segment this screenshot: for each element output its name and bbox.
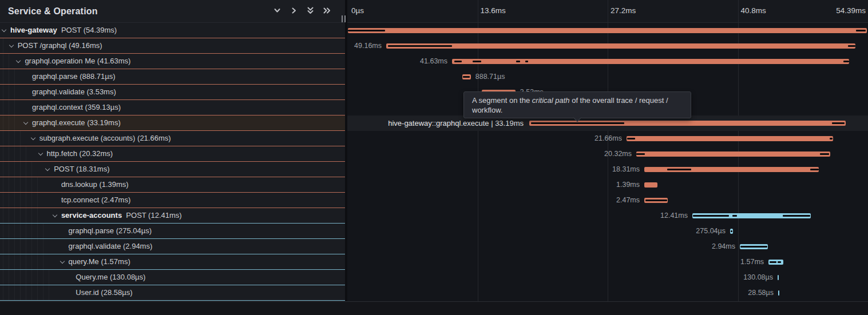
critical-path-segment xyxy=(531,122,624,124)
indent-guide xyxy=(3,285,3,300)
span-tree-row[interactable]: dns.lookup (1.39ms) xyxy=(0,177,345,193)
span-bar[interactable] xyxy=(740,244,768,249)
expand-one-button[interactable] xyxy=(289,7,298,16)
bottom-strip xyxy=(0,301,868,315)
expand-chevron-icon[interactable] xyxy=(31,135,35,140)
collapse-all-button[interactable] xyxy=(306,7,315,16)
span-label: subgraph.execute (accounts) (21.66ms) xyxy=(39,131,171,146)
indent-guide xyxy=(3,131,3,146)
span-label: graphql.parse (888.71µs) xyxy=(32,69,116,84)
indent-guide xyxy=(14,239,15,254)
span-bar[interactable] xyxy=(462,74,471,79)
span-timeline-row[interactable]: 888.71µs xyxy=(348,69,867,85)
span-tree-row[interactable]: http.fetch (20.32ms) xyxy=(0,146,345,162)
span-timeline-row[interactable]: 130.08µs xyxy=(348,270,867,285)
span-tree-row[interactable]: graphql.parse (275.04µs) xyxy=(0,224,345,239)
expand-all-button[interactable] xyxy=(322,7,331,16)
span-tree-row[interactable]: subgraph.execute (accounts) (21.66ms) xyxy=(0,131,345,146)
expand-chevron-icon[interactable] xyxy=(2,27,6,32)
indent-guide xyxy=(3,115,3,130)
indent-guide xyxy=(37,254,38,269)
expand-chevron-icon[interactable] xyxy=(45,166,50,171)
expand-chevron-icon[interactable] xyxy=(23,120,28,125)
span-tree-row[interactable]: graphql.operation Me (41.63ms) xyxy=(0,54,345,69)
critical-path-segment xyxy=(636,153,645,155)
span-timeline-row[interactable]: 18.31ms xyxy=(348,162,867,177)
axis-tick-label: 40.8ms xyxy=(741,6,766,15)
critical-path-segment xyxy=(645,200,667,201)
span-timeline-row[interactable] xyxy=(348,23,867,38)
span-tree-row[interactable]: graphql.parse (888.71µs) xyxy=(0,69,345,85)
span-bar[interactable] xyxy=(730,229,733,234)
span-bar[interactable] xyxy=(778,290,779,296)
span-bar[interactable] xyxy=(348,28,867,33)
duration-label: 1.57ms xyxy=(740,254,764,270)
indent-guide xyxy=(37,239,38,254)
span-timeline-row[interactable]: 275.04µs xyxy=(348,224,867,239)
duration-label: 18.31ms xyxy=(612,162,640,177)
span-bar[interactable] xyxy=(386,43,855,49)
expand-chevron-icon[interactable] xyxy=(60,259,64,264)
indent-guide xyxy=(43,239,43,254)
span-timeline-row[interactable]: 2.94ms xyxy=(348,239,867,254)
critical-path-segment xyxy=(832,122,845,124)
indent-guide xyxy=(26,270,26,285)
span-bar[interactable] xyxy=(644,198,668,203)
service-name: hive-gateway xyxy=(10,26,57,34)
tree-controls xyxy=(272,7,339,16)
panel-resize-handle[interactable] xyxy=(341,15,347,22)
span-bar[interactable] xyxy=(627,136,833,141)
span-label: hive-gateway POST (54.39ms) xyxy=(10,23,117,38)
duration-label: 49.16ms xyxy=(354,38,382,54)
expand-chevron-icon[interactable] xyxy=(9,43,13,47)
span-tree-row[interactable]: Query.me (130.08µs) xyxy=(0,270,345,285)
indent-guide xyxy=(14,100,15,115)
indent-guide xyxy=(14,177,15,192)
span-tree-row[interactable]: service-accounts POST (12.41ms) xyxy=(0,208,345,224)
duration-label: 275.04µs xyxy=(696,224,726,239)
span-bar[interactable] xyxy=(692,213,811,218)
span-timeline-row[interactable]: 21.66ms xyxy=(348,131,867,146)
expand-chevron-icon[interactable] xyxy=(53,213,57,217)
expand-chevron-icon[interactable] xyxy=(38,151,42,155)
span-bar[interactable] xyxy=(644,182,657,188)
indent-guide xyxy=(3,38,3,53)
span-bar[interactable] xyxy=(778,275,779,280)
expand-chevron-icon[interactable] xyxy=(16,58,21,63)
critical-path-segment xyxy=(810,169,818,170)
double-chevron-down-icon xyxy=(306,6,315,17)
indent-guide xyxy=(9,146,9,161)
span-tree-row[interactable]: graphql.execute (33.19ms) xyxy=(0,115,345,131)
span-bar[interactable] xyxy=(452,59,849,64)
span-timeline-row[interactable]: 1.57ms xyxy=(348,254,867,270)
span-timeline-row[interactable]: 49.16ms xyxy=(348,38,867,54)
indent-guide xyxy=(43,224,43,238)
span-tree-row[interactable]: graphql.validate (2.94ms) xyxy=(0,239,345,254)
span-label: http.fetch (20.32ms) xyxy=(47,146,113,161)
span-timeline-row[interactable]: 41.63ms xyxy=(348,54,867,69)
span-timeline-row[interactable]: 1.39ms xyxy=(348,177,867,193)
indent-guide xyxy=(26,177,26,192)
span-tree-row[interactable]: tcp.connect (2.47ms) xyxy=(0,193,345,208)
indent-guide xyxy=(26,146,26,161)
span-timeline-row[interactable]: 2.47ms xyxy=(348,193,867,208)
span-bar[interactable] xyxy=(636,151,830,157)
span-timeline-row[interactable]: 28.58µs xyxy=(348,285,867,301)
axis-tick-label: 13.6ms xyxy=(481,6,506,15)
span-tree-row[interactable]: query.Me (1.57ms) xyxy=(0,254,345,270)
indent-guide xyxy=(14,85,15,99)
span-timeline-row[interactable]: 12.41ms xyxy=(348,208,867,224)
span-bar[interactable] xyxy=(768,260,783,265)
span-bar[interactable] xyxy=(644,167,819,172)
collapse-one-button[interactable] xyxy=(272,7,282,16)
tooltip-text: A segment on the xyxy=(472,96,532,105)
span-tree-row[interactable]: hive-gateway POST (54.39ms) xyxy=(0,23,345,38)
span-tree-row[interactable]: POST (18.31ms) xyxy=(0,162,345,177)
indent-guide xyxy=(43,254,43,269)
span-tree-row[interactable]: POST /graphql (49.16ms) xyxy=(0,38,345,54)
span-timeline-row[interactable]: 20.32ms xyxy=(348,146,867,162)
span-tree-row[interactable]: graphql.validate (3.53ms) xyxy=(0,85,345,100)
span-tree-row[interactable]: graphql.context (359.13µs) xyxy=(0,100,345,115)
indent-guide xyxy=(37,208,38,223)
span-tree-row[interactable]: User.id (28.58µs) xyxy=(0,285,345,301)
